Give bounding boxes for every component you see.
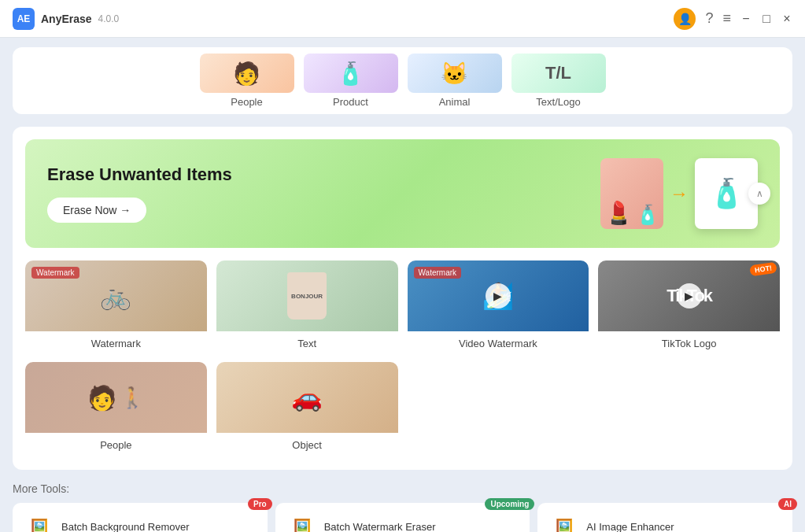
category-thumb-animal: 🐱 bbox=[408, 54, 502, 93]
tool-card-people[interactable]: 🧑 🚶 People bbox=[25, 362, 207, 457]
ai-enhancer-icon: 🖼️ bbox=[550, 512, 578, 532]
tool-empty-3 bbox=[408, 362, 589, 457]
more-tool-ai-enhancer[interactable]: 🖼️ AI Image Enhancer AI bbox=[537, 503, 792, 532]
tools-container: Erase Unwanted Items Erase Now → 💄 🧴 → 🧴 bbox=[13, 127, 792, 470]
batch-wm-eraser-icon: 🖼️ bbox=[288, 512, 316, 532]
category-tabs: 🧑 People 🧴 Product 🐱 Animal T/L Text/Log… bbox=[13, 47, 792, 114]
tool-card-tiktok[interactable]: HOT! TikTok ▶ TikTok Logo bbox=[598, 260, 780, 356]
app-name: AnyErase bbox=[41, 13, 92, 25]
tool-grid-row2: 🧑 🚶 People 🚗 Object bbox=[25, 362, 780, 457]
menu-icon[interactable]: ≡ bbox=[722, 10, 731, 27]
tool-label-text: Text bbox=[216, 331, 398, 356]
category-label-textlogo: Text/Logo bbox=[536, 96, 580, 108]
batch-bg-remover-label: Batch Background Remover bbox=[61, 521, 190, 533]
tool-label-object: Object bbox=[216, 433, 398, 457]
erase-now-button[interactable]: Erase Now → bbox=[47, 198, 146, 223]
category-thumb-textlogo: T/L bbox=[511, 54, 606, 93]
ai-badge: AI bbox=[778, 498, 797, 510]
tool-thumb-text: BONJOUR bbox=[216, 260, 398, 331]
user-avatar[interactable]: 👤 bbox=[674, 8, 696, 30]
bag-shape: BONJOUR bbox=[287, 272, 327, 320]
tool-thumb-video-watermark: Watermark 🏄 ▶ bbox=[408, 260, 589, 331]
titlebar: AE AnyErase 4.0.0 👤 ? ≡ − □ × bbox=[0, 0, 805, 38]
tiktok-play-button[interactable]: ▶ bbox=[677, 283, 702, 308]
category-label-animal: Animal bbox=[439, 96, 471, 108]
scroll-up-button[interactable]: ∧ bbox=[748, 183, 770, 205]
category-tab-animal[interactable]: 🐱 Animal bbox=[408, 54, 502, 108]
tool-thumb-watermark: Watermark 🚲 bbox=[25, 260, 207, 331]
batch-wm-eraser-label: Batch Watermark Eraser bbox=[324, 521, 436, 533]
hot-badge: HOT! bbox=[749, 262, 777, 277]
tool-card-text[interactable]: BONJOUR Text bbox=[216, 260, 398, 356]
app-version: 4.0.0 bbox=[98, 13, 120, 24]
tool-empty-4 bbox=[598, 362, 780, 457]
video-watermark-badge: Watermark bbox=[414, 267, 462, 279]
category-tab-textlogo[interactable]: T/L Text/Logo bbox=[511, 54, 606, 108]
maximize-button[interactable]: □ bbox=[761, 13, 772, 24]
main-content: 🧑 People 🧴 Product 🐱 Animal T/L Text/Log… bbox=[0, 38, 805, 532]
more-tools-label: More Tools: bbox=[13, 482, 792, 495]
tool-label-watermark: Watermark bbox=[25, 331, 207, 356]
tool-thumb-object: 🚗 bbox=[216, 362, 398, 433]
category-label-people: People bbox=[231, 96, 262, 108]
banner-arrow-icon: → bbox=[670, 183, 689, 205]
upcoming-badge: Upcoming bbox=[485, 498, 534, 510]
tool-grid-row1: Watermark 🚲 Watermark BONJOUR Text Water… bbox=[25, 260, 780, 356]
more-tools-section: More Tools: 🖼️ Batch Background Remover … bbox=[13, 482, 792, 532]
video-play-button[interactable]: ▶ bbox=[486, 283, 511, 308]
banner-title: Erase Unwanted Items bbox=[47, 164, 232, 185]
tool-label-people: People bbox=[25, 433, 207, 457]
pro-badge: Pro bbox=[248, 498, 272, 510]
tool-card-watermark[interactable]: Watermark 🚲 Watermark bbox=[25, 260, 207, 356]
category-tab-product[interactable]: 🧴 Product bbox=[304, 54, 398, 108]
help-icon[interactable]: ? bbox=[705, 10, 713, 27]
category-thumb-people: 🧑 bbox=[200, 54, 294, 93]
close-button[interactable]: × bbox=[781, 13, 792, 24]
more-tools-grid: 🖼️ Batch Background Remover Pro 🖼️ Batch… bbox=[13, 503, 792, 532]
banner-text: Erase Unwanted Items Erase Now → bbox=[47, 164, 232, 223]
category-tab-people[interactable]: 🧑 People bbox=[200, 54, 294, 108]
category-thumb-product: 🧴 bbox=[304, 54, 398, 93]
ai-enhancer-label: AI Image Enhancer bbox=[586, 521, 674, 533]
banner-before-image: 💄 🧴 bbox=[600, 158, 663, 229]
bike-icon: 🚲 bbox=[100, 281, 131, 311]
tool-label-video-watermark: Video Watermark bbox=[408, 331, 589, 356]
minimize-button[interactable]: − bbox=[740, 13, 751, 24]
batch-bg-remover-icon: 🖼️ bbox=[25, 512, 54, 532]
car-icon: 🚗 bbox=[291, 382, 323, 412]
watermark-badge: Watermark bbox=[31, 267, 79, 279]
erase-banner: Erase Unwanted Items Erase Now → 💄 🧴 → 🧴 bbox=[25, 139, 780, 248]
more-tool-batch-bg-remover[interactable]: 🖼️ Batch Background Remover Pro bbox=[13, 503, 268, 532]
banner-images: 💄 🧴 → 🧴 bbox=[600, 158, 758, 229]
titlebar-controls: 👤 ? ≡ − □ × bbox=[674, 8, 792, 30]
tool-thumb-tiktok: HOT! TikTok ▶ bbox=[598, 260, 780, 331]
more-tool-batch-wm-eraser[interactable]: 🖼️ Batch Watermark Eraser Upcoming bbox=[275, 503, 530, 532]
category-label-product: Product bbox=[333, 96, 368, 108]
tool-thumb-people: 🧑 🚶 bbox=[25, 362, 207, 433]
tool-label-tiktok: TikTok Logo bbox=[598, 331, 780, 356]
tool-card-object[interactable]: 🚗 Object bbox=[216, 362, 398, 457]
app-icon: AE bbox=[13, 8, 35, 30]
tool-card-video-watermark[interactable]: Watermark 🏄 ▶ Video Watermark bbox=[408, 260, 589, 356]
